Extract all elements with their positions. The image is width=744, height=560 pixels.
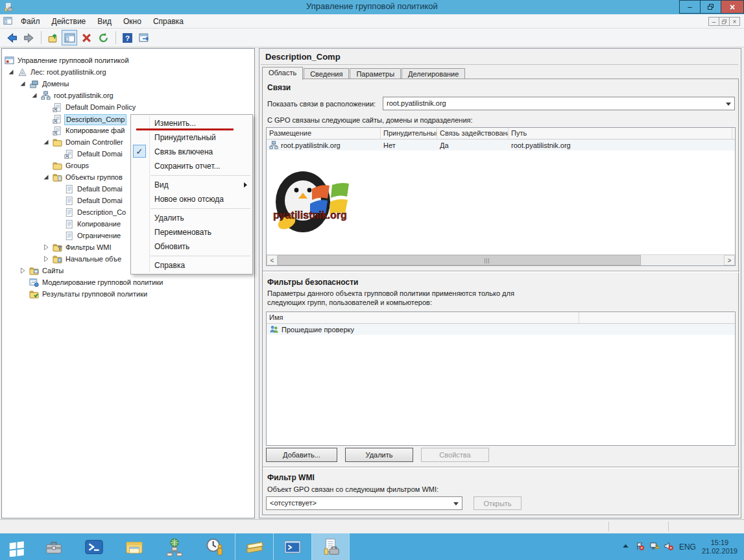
- tree-item-label[interactable]: Результаты групповой политики: [41, 289, 149, 299]
- tree-item-label[interactable]: Домены: [41, 79, 70, 89]
- expander-open-icon[interactable]: [43, 139, 50, 146]
- section-splitter[interactable]: [263, 467, 739, 469]
- tray-network-warning-button[interactable]: [649, 541, 659, 552]
- tree-item-label[interactable]: Фильтры WMI: [64, 243, 113, 252]
- context-menu-item[interactable]: Принудительный: [131, 130, 252, 145]
- context-menu-item[interactable]: Справка: [131, 258, 252, 273]
- tray-volume-muted-button[interactable]: [664, 541, 673, 552]
- context-menu-item[interactable]: Переименовать: [131, 225, 252, 239]
- up-level-button[interactable]: [45, 30, 60, 45]
- console-tree-button[interactable]: [62, 30, 77, 45]
- language-indicator[interactable]: ENG: [679, 542, 696, 552]
- refresh-button[interactable]: [95, 30, 111, 45]
- column-header[interactable]: Размещение: [267, 128, 381, 139]
- scroll-right-icon[interactable]: >: [724, 255, 735, 265]
- taskbar-powershell-button[interactable]: [74, 533, 114, 560]
- context-menu-item[interactable]: Сохранить отчет...: [131, 159, 252, 173]
- column-header[interactable]: Принудительный: [381, 128, 437, 139]
- column-header[interactable]: Путь: [509, 128, 732, 139]
- scroll-left-icon[interactable]: <: [267, 255, 278, 265]
- tree-item[interactable]: Домены: [2, 79, 254, 90]
- add-button[interactable]: Добавить...: [266, 448, 337, 462]
- horizontal-scrollbar[interactable]: < >: [267, 254, 735, 265]
- help-button[interactable]: ?: [119, 30, 135, 45]
- tree-item-label[interactable]: Groups: [64, 161, 90, 171]
- expander-open-icon[interactable]: [43, 174, 50, 181]
- taskbar-clock-button[interactable]: [195, 533, 235, 560]
- context-menu-item[interactable]: Удалить: [131, 211, 252, 225]
- taskbar-library-button[interactable]: [235, 533, 273, 560]
- close-button[interactable]: ×: [721, 0, 744, 14]
- tree-item[interactable]: Результаты групповой политики: [2, 289, 254, 300]
- tree-item[interactable]: Лес: root.pyatilistnik.org: [2, 67, 254, 79]
- tray-flag-warning-button[interactable]: [635, 541, 645, 552]
- menu-0[interactable]: Файл: [15, 15, 46, 28]
- context-menu-item[interactable]: Новое окно отсюда: [131, 192, 252, 206]
- tree-item-label[interactable]: Сайты: [41, 266, 65, 276]
- remove-button[interactable]: Удалить: [345, 448, 413, 462]
- taskbar-clock[interactable]: 15:19 21.02.2019: [702, 539, 738, 555]
- tree-item-label[interactable]: Default Domain Policy: [64, 103, 137, 112]
- tree-item-label[interactable]: Лес: root.pyatilistnik.org: [29, 67, 108, 77]
- tab-0[interactable]: Область: [262, 67, 303, 80]
- tree-item-label[interactable]: Default Domai: [76, 196, 124, 206]
- taskbar-explorer-button[interactable]: [114, 533, 154, 560]
- properties-button[interactable]: Свойства: [421, 448, 489, 462]
- restore-button[interactable]: [700, 0, 721, 14]
- table-row[interactable]: Прошедшие проверку: [267, 324, 735, 335]
- tree-item-label[interactable]: Копирование: [76, 219, 122, 229]
- taskbar-powershell-window-button[interactable]: [273, 533, 311, 560]
- tab-3[interactable]: Делегирование: [402, 68, 465, 79]
- tree-item[interactable]: Default Domain Policy: [2, 102, 254, 114]
- column-header[interactable]: Имя: [267, 312, 579, 323]
- tree-item-label[interactable]: Default Domai: [76, 184, 124, 194]
- expander-open-icon[interactable]: [31, 92, 38, 99]
- tab-1[interactable]: Сведения: [304, 68, 349, 79]
- tree-item-label[interactable]: Ограничение: [76, 231, 122, 241]
- context-menu-item[interactable]: Изменить...: [131, 116, 252, 130]
- minimize-button[interactable]: –: [679, 0, 701, 14]
- context-menu-item[interactable]: Вид: [131, 178, 252, 192]
- tray-chevron-up-button[interactable]: [621, 541, 630, 552]
- child-close-button[interactable]: ×: [729, 17, 740, 26]
- table-row[interactable]: root.pyatilistnik.orgНетДаroot.pyatilist…: [267, 140, 735, 151]
- tree-item-label[interactable]: Description_Co: [76, 208, 127, 217]
- tree-item-label[interactable]: Начальные объе: [64, 254, 123, 264]
- taskbar-gpmc-button[interactable]: [311, 533, 350, 560]
- wmi-filter-combobox[interactable]: <отсутствует>: [266, 496, 462, 510]
- location-combobox[interactable]: root.pyatilistnik.org: [383, 97, 735, 110]
- tree-item-label[interactable]: Объекты группов: [64, 173, 124, 182]
- start-button[interactable]: [0, 533, 34, 560]
- open-button[interactable]: Открыть: [474, 496, 522, 510]
- child-minimize-button[interactable]: –: [708, 17, 719, 26]
- back-button[interactable]: [4, 30, 19, 45]
- tab-2[interactable]: Параметры: [350, 68, 401, 79]
- tree-item[interactable]: Моделирование групповой политики: [2, 277, 254, 289]
- tree-item-label[interactable]: Моделирование групповой политики: [41, 278, 164, 287]
- tree-item-label[interactable]: Копирование фай: [64, 126, 126, 136]
- section-splitter[interactable]: [263, 271, 739, 273]
- menu-4[interactable]: Справка: [147, 15, 189, 28]
- context-menu-item[interactable]: Связь включена✓: [131, 145, 252, 159]
- expander-closed-icon[interactable]: [43, 244, 50, 251]
- export-button[interactable]: [136, 30, 152, 45]
- expander-closed-icon[interactable]: [43, 256, 50, 263]
- forward-button[interactable]: [21, 30, 36, 45]
- context-menu-item[interactable]: Обновить: [131, 239, 252, 254]
- tree-item[interactable]: root.pyatilistnik.org: [2, 90, 254, 102]
- expander-open-icon[interactable]: [8, 69, 15, 76]
- menu-1[interactable]: Действие: [46, 15, 92, 28]
- menu-2[interactable]: Вид: [91, 15, 117, 28]
- tree-item-label[interactable]: Default Domai: [76, 149, 124, 159]
- expander-closed-icon[interactable]: [19, 267, 27, 274]
- column-header[interactable]: Связь задействована: [437, 128, 509, 139]
- tree-item-label[interactable]: Description_Comp: [64, 114, 126, 125]
- taskbar-server-manager-button[interactable]: [34, 533, 74, 560]
- taskbar-active-directory-button[interactable]: [154, 533, 195, 560]
- tree-item-label[interactable]: root.pyatilistnik.org: [53, 91, 115, 101]
- tree-item-label[interactable]: Управление групповой политикой: [16, 56, 130, 66]
- tree-item-label[interactable]: Domain Controller: [64, 138, 125, 147]
- child-restore-button[interactable]: [719, 17, 730, 26]
- tree-item[interactable]: Управление групповой политикой: [2, 55, 254, 67]
- expander-open-icon[interactable]: [19, 80, 27, 88]
